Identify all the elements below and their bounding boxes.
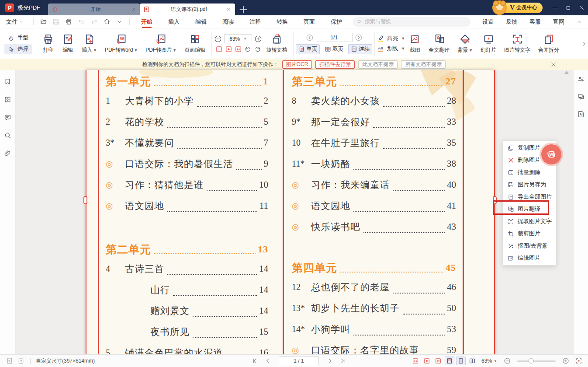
- member-center-button[interactable]: V 会员中心: [494, 3, 543, 13]
- maximize-button[interactable]: [562, 0, 575, 15]
- thumbnails-icon[interactable]: [4, 96, 11, 103]
- actual-size-icon[interactable]: 1:1: [215, 45, 223, 53]
- last-page-icon[interactable]: [339, 357, 346, 364]
- redo-icon[interactable]: [90, 18, 98, 25]
- continuous-view-icon[interactable]: [445, 357, 454, 365]
- toolbar-button-PDF转图片[interactable]: PDF转图片▼: [142, 33, 180, 54]
- minimize-button[interactable]: —: [549, 0, 562, 15]
- comment-icon[interactable]: [4, 114, 11, 121]
- new-tab-button[interactable]: [238, 4, 249, 15]
- toolbar-button-全文翻译[interactable]: A中全文翻译: [425, 33, 453, 54]
- view-mode-连续[interactable]: 连续: [348, 44, 372, 54]
- pdf-page-image[interactable]: 第一单元11大青树下的小学22花的学校53*不懂就要问7◎口语交际：我的暑假生活…: [86, 70, 495, 354]
- notification-button-0[interactable]: 图片OCR: [282, 60, 312, 69]
- notification-button-3[interactable]: 所有文档不提示: [401, 60, 446, 69]
- selection-handle-left[interactable]: [83, 196, 87, 204]
- menu-item-5[interactable]: 转换: [269, 15, 296, 28]
- fit-page-icon[interactable]: [422, 357, 432, 365]
- close-icon[interactable]: [130, 7, 136, 13]
- menu-item-0[interactable]: 开始: [133, 15, 160, 28]
- home-sm-icon[interactable]: [103, 18, 111, 25]
- toolbar-button-打印[interactable]: 打印: [38, 33, 58, 54]
- context-menu-item-3[interactable]: 图片另存为: [503, 178, 556, 191]
- toolbar-button-PDF转Word[interactable]: WPDF转Word▼: [101, 33, 142, 54]
- view-mode-双页[interactable]: 双页: [322, 44, 346, 54]
- hand-tool-button[interactable]: 手型: [4, 33, 32, 43]
- menu-right-1[interactable]: 反馈: [500, 18, 523, 26]
- menu-item-6[interactable]: 页面: [296, 15, 323, 28]
- rotate-left-icon[interactable]: [244, 45, 252, 53]
- next-doc-page-icon[interactable]: [17, 357, 24, 364]
- toolbar-button-合并拆分[interactable]: 合并拆分: [534, 33, 563, 54]
- scrollbar-up-arrow[interactable]: [564, 71, 569, 74]
- tab-home[interactable]: 开始: [48, 3, 140, 15]
- search-icon[interactable]: [4, 132, 11, 139]
- folder-open-icon[interactable]: [40, 18, 47, 25]
- select-tool-button[interactable]: 选择: [4, 44, 32, 54]
- zoom-level-dropdown[interactable]: 63%▼: [481, 358, 497, 364]
- printer-sm-icon[interactable]: [65, 18, 73, 25]
- focus-mode-icon[interactable]: [575, 357, 582, 364]
- context-menu-item-6[interactable]: 提取图片文字: [503, 215, 556, 227]
- context-menu-item-7[interactable]: 裁剪图片: [503, 227, 556, 240]
- menu-right-2[interactable]: 客服: [523, 18, 547, 26]
- menu-item-2[interactable]: 编辑: [187, 15, 214, 28]
- zoom-out-icon[interactable]: [214, 35, 222, 43]
- save-icon[interactable]: [52, 18, 60, 25]
- single-page-view-icon[interactable]: [456, 357, 466, 365]
- context-menu-item-8[interactable]: 抠图/去背景: [503, 240, 556, 252]
- menu-item-3[interactable]: 阅读: [214, 15, 242, 28]
- paperclip-icon[interactable]: [4, 150, 11, 157]
- chat-icon[interactable]: [577, 93, 585, 101]
- toolbar-button-截图[interactable]: 截图: [405, 33, 425, 54]
- toolbar-button-编辑[interactable]: 编辑: [58, 33, 78, 54]
- zoom-slider-thumb[interactable]: [529, 358, 534, 364]
- menu-item-1[interactable]: 插入: [160, 15, 187, 28]
- pdf-to-word-floating-button[interactable]: W: [541, 144, 561, 164]
- chevron-down-sm-icon[interactable]: [116, 18, 123, 25]
- actual-size-icon[interactable]: 1:1: [411, 357, 420, 365]
- search-input[interactable]: 搜索与替换: [353, 17, 470, 27]
- previous-page-icon[interactable]: [306, 34, 314, 42]
- toolbar-button-背景[interactable]: 背景▼: [453, 33, 477, 54]
- expand-toolbar-icon[interactable]: [581, 35, 588, 52]
- menu-right-3[interactable]: 官网: [547, 18, 571, 26]
- collapse-ribbon-icon[interactable]: [571, 19, 588, 24]
- page-indicator[interactable]: 1/1: [316, 33, 353, 42]
- prev-doc-page-icon[interactable]: [6, 357, 13, 364]
- previous-page-icon[interactable]: [264, 357, 271, 364]
- rotate-document-button[interactable]: 旋转文档: [262, 33, 291, 54]
- sliders-icon[interactable]: [577, 75, 585, 83]
- fit-width-icon[interactable]: [235, 45, 242, 53]
- zoom-out-icon[interactable]: [504, 357, 511, 364]
- bookmark-icon[interactable]: [4, 78, 11, 85]
- toolbar-button-图片转文字[interactable]: 图片转文字: [500, 33, 534, 54]
- close-icon[interactable]: [225, 7, 232, 13]
- underline-button[interactable]: Aa 划线 ▼: [377, 45, 405, 52]
- notification-button-1[interactable]: 扫描件去背景: [315, 60, 355, 69]
- toolbar-button-插入[interactable]: 插入▼: [78, 33, 101, 54]
- close-window-button[interactable]: [575, 0, 588, 15]
- fit-page-icon[interactable]: [225, 45, 232, 53]
- toolbar-button-页面编辑[interactable]: 页面编辑: [180, 33, 209, 54]
- rotate-right-icon[interactable]: [254, 45, 261, 53]
- toolbar-button-幻灯片[interactable]: 幻灯片: [477, 33, 500, 54]
- zoom-slider[interactable]: [517, 360, 556, 362]
- view-mode-单页[interactable]: 单页: [296, 44, 320, 54]
- zoom-in-icon[interactable]: [562, 357, 569, 364]
- fit-width-icon[interactable]: [433, 357, 443, 365]
- close-notification-icon[interactable]: [550, 61, 557, 67]
- menu-right-0[interactable]: 设置: [476, 18, 500, 26]
- next-page-icon[interactable]: [355, 34, 363, 42]
- undo-icon[interactable]: [78, 18, 85, 25]
- context-menu-item-9[interactable]: 编辑图片: [503, 252, 556, 264]
- page-number-input[interactable]: 1 / 1: [279, 357, 319, 365]
- ai-doc-icon[interactable]: AI: [577, 110, 585, 118]
- menu-item-4[interactable]: 注释: [242, 15, 269, 28]
- file-menu[interactable]: 文件: [0, 18, 30, 26]
- highlight-button[interactable]: 高亮 ▼: [377, 35, 405, 42]
- menu-item-7[interactable]: 保护: [323, 15, 350, 28]
- zoom-level-dropdown[interactable]: 63%▼: [224, 34, 252, 43]
- tab-document[interactable]: P 语文课本(2).pdf: [140, 3, 235, 15]
- zoom-in-icon[interactable]: [254, 35, 262, 43]
